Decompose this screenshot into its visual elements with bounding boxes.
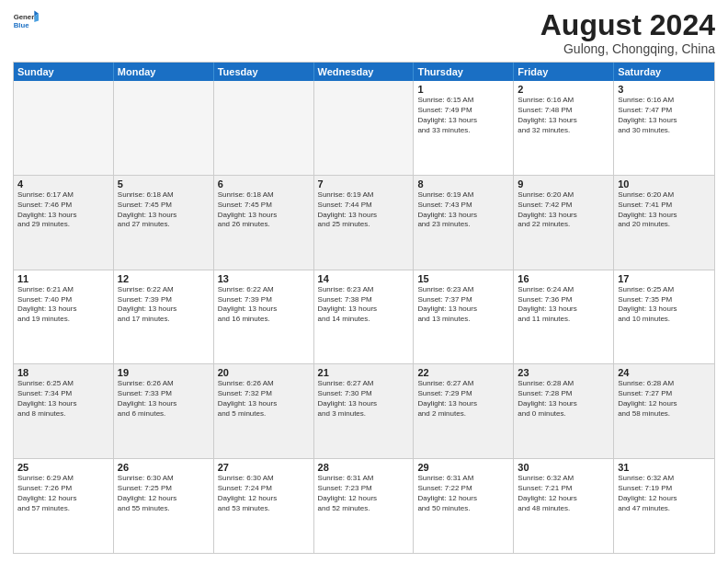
day-number: 4 xyxy=(17,178,109,190)
day-info: Sunrise: 6:26 AM Sunset: 7:33 PM Dayligh… xyxy=(118,379,210,419)
day-info: Sunrise: 6:22 AM Sunset: 7:39 PM Dayligh… xyxy=(118,285,210,325)
day-info: Sunrise: 6:21 AM Sunset: 7:40 PM Dayligh… xyxy=(17,285,109,325)
day-info: Sunrise: 6:30 AM Sunset: 7:25 PM Dayligh… xyxy=(118,474,210,513)
day-info: Sunrise: 6:18 AM Sunset: 7:45 PM Dayligh… xyxy=(218,190,310,230)
cal-cell: 12Sunrise: 6:22 AM Sunset: 7:39 PM Dayli… xyxy=(114,270,214,364)
day-number: 2 xyxy=(518,84,609,95)
day-info: Sunrise: 6:27 AM Sunset: 7:30 PM Dayligh… xyxy=(318,379,410,419)
day-info: Sunrise: 6:31 AM Sunset: 7:22 PM Dayligh… xyxy=(417,474,509,513)
day-number: 3 xyxy=(618,84,711,95)
cal-cell xyxy=(114,81,214,175)
cal-cell: 11Sunrise: 6:21 AM Sunset: 7:40 PM Dayli… xyxy=(14,270,114,364)
cal-cell: 15Sunrise: 6:23 AM Sunset: 7:37 PM Dayli… xyxy=(414,270,514,364)
day-number: 23 xyxy=(518,367,609,378)
day-number: 7 xyxy=(318,178,410,190)
cal-cell: 28Sunrise: 6:31 AM Sunset: 7:23 PM Dayli… xyxy=(314,459,415,553)
cal-cell: 9Sunrise: 6:20 AM Sunset: 7:42 PM Daylig… xyxy=(514,176,614,270)
day-info: Sunrise: 6:24 AM Sunset: 7:36 PM Dayligh… xyxy=(518,285,609,325)
header-day-thursday: Thursday xyxy=(414,63,514,81)
day-number: 29 xyxy=(417,462,509,473)
day-number: 22 xyxy=(417,367,509,378)
day-number: 28 xyxy=(318,462,410,473)
day-number: 20 xyxy=(218,367,310,378)
day-number: 9 xyxy=(518,178,609,190)
day-number: 25 xyxy=(17,462,109,473)
day-info: Sunrise: 6:16 AM Sunset: 7:47 PM Dayligh… xyxy=(618,96,711,135)
cal-cell: 13Sunrise: 6:22 AM Sunset: 7:39 PM Dayli… xyxy=(214,270,314,364)
day-info: Sunrise: 6:18 AM Sunset: 7:45 PM Dayligh… xyxy=(118,190,210,230)
day-number: 24 xyxy=(618,367,711,378)
header-day-monday: Monday xyxy=(114,63,214,81)
day-info: Sunrise: 6:23 AM Sunset: 7:37 PM Dayligh… xyxy=(417,285,509,325)
cal-cell: 24Sunrise: 6:28 AM Sunset: 7:27 PM Dayli… xyxy=(614,364,714,458)
cal-cell: 7Sunrise: 6:19 AM Sunset: 7:44 PM Daylig… xyxy=(314,176,415,270)
cal-cell: 2Sunrise: 6:16 AM Sunset: 7:48 PM Daylig… xyxy=(514,81,614,175)
day-info: Sunrise: 6:25 AM Sunset: 7:35 PM Dayligh… xyxy=(618,285,711,325)
day-number: 15 xyxy=(417,273,509,284)
day-info: Sunrise: 6:28 AM Sunset: 7:27 PM Dayligh… xyxy=(618,379,711,419)
day-number: 14 xyxy=(318,273,410,284)
day-info: Sunrise: 6:30 AM Sunset: 7:24 PM Dayligh… xyxy=(218,474,310,513)
cal-cell: 21Sunrise: 6:27 AM Sunset: 7:30 PM Dayli… xyxy=(314,364,415,458)
cal-cell: 14Sunrise: 6:23 AM Sunset: 7:38 PM Dayli… xyxy=(314,270,415,364)
day-info: Sunrise: 6:17 AM Sunset: 7:46 PM Dayligh… xyxy=(17,190,109,230)
week-row-1: 4Sunrise: 6:17 AM Sunset: 7:46 PM Daylig… xyxy=(14,176,714,270)
cal-cell xyxy=(14,81,114,175)
month-year: August 2024 xyxy=(540,9,715,41)
calendar-body: 1Sunrise: 6:15 AM Sunset: 7:49 PM Daylig… xyxy=(14,81,714,553)
cal-cell: 26Sunrise: 6:30 AM Sunset: 7:25 PM Dayli… xyxy=(114,459,214,553)
cal-cell: 19Sunrise: 6:26 AM Sunset: 7:33 PM Dayli… xyxy=(114,364,214,458)
cal-cell xyxy=(314,81,415,175)
cal-cell: 29Sunrise: 6:31 AM Sunset: 7:22 PM Dayli… xyxy=(414,459,514,553)
day-info: Sunrise: 6:15 AM Sunset: 7:49 PM Dayligh… xyxy=(417,96,509,135)
day-info: Sunrise: 6:23 AM Sunset: 7:38 PM Dayligh… xyxy=(318,285,410,325)
cal-cell xyxy=(214,81,314,175)
logo: General Blue xyxy=(13,9,39,35)
day-info: Sunrise: 6:26 AM Sunset: 7:32 PM Dayligh… xyxy=(218,379,310,419)
location: Gulong, Chongqing, China xyxy=(540,41,715,56)
day-info: Sunrise: 6:29 AM Sunset: 7:26 PM Dayligh… xyxy=(17,474,109,513)
day-number: 5 xyxy=(118,178,210,190)
cal-cell: 8Sunrise: 6:19 AM Sunset: 7:43 PM Daylig… xyxy=(414,176,514,270)
cal-cell: 16Sunrise: 6:24 AM Sunset: 7:36 PM Dayli… xyxy=(514,270,614,364)
title-block: August 2024 Gulong, Chongqing, China xyxy=(540,9,715,56)
day-number: 31 xyxy=(618,462,711,473)
day-number: 21 xyxy=(318,367,410,378)
day-info: Sunrise: 6:22 AM Sunset: 7:39 PM Dayligh… xyxy=(218,285,310,325)
week-row-4: 25Sunrise: 6:29 AM Sunset: 7:26 PM Dayli… xyxy=(14,459,714,553)
cal-cell: 30Sunrise: 6:32 AM Sunset: 7:21 PM Dayli… xyxy=(514,459,614,553)
calendar: SundayMondayTuesdayWednesdayThursdayFrid… xyxy=(13,62,715,554)
cal-cell: 20Sunrise: 6:26 AM Sunset: 7:32 PM Dayli… xyxy=(214,364,314,458)
day-info: Sunrise: 6:27 AM Sunset: 7:29 PM Dayligh… xyxy=(417,379,509,419)
cal-cell: 3Sunrise: 6:16 AM Sunset: 7:47 PM Daylig… xyxy=(614,81,714,175)
day-info: Sunrise: 6:19 AM Sunset: 7:43 PM Dayligh… xyxy=(417,190,509,230)
cal-cell: 31Sunrise: 6:32 AM Sunset: 7:19 PM Dayli… xyxy=(614,459,714,553)
day-number: 30 xyxy=(518,462,609,473)
day-info: Sunrise: 6:25 AM Sunset: 7:34 PM Dayligh… xyxy=(17,379,109,419)
header-day-friday: Friday xyxy=(514,63,614,81)
day-info: Sunrise: 6:31 AM Sunset: 7:23 PM Dayligh… xyxy=(318,474,410,513)
day-number: 17 xyxy=(618,273,711,284)
day-info: Sunrise: 6:32 AM Sunset: 7:19 PM Dayligh… xyxy=(618,474,711,513)
cal-cell: 6Sunrise: 6:18 AM Sunset: 7:45 PM Daylig… xyxy=(214,176,314,270)
cal-cell: 1Sunrise: 6:15 AM Sunset: 7:49 PM Daylig… xyxy=(414,81,514,175)
day-info: Sunrise: 6:28 AM Sunset: 7:28 PM Dayligh… xyxy=(518,379,609,419)
day-number: 16 xyxy=(518,273,609,284)
day-number: 8 xyxy=(417,178,509,190)
week-row-0: 1Sunrise: 6:15 AM Sunset: 7:49 PM Daylig… xyxy=(14,81,714,176)
day-number: 13 xyxy=(218,273,310,284)
day-info: Sunrise: 6:20 AM Sunset: 7:42 PM Dayligh… xyxy=(518,190,609,230)
day-number: 27 xyxy=(218,462,310,473)
day-number: 1 xyxy=(417,84,509,95)
week-row-2: 11Sunrise: 6:21 AM Sunset: 7:40 PM Dayli… xyxy=(14,270,714,365)
header-day-tuesday: Tuesday xyxy=(214,63,314,81)
day-number: 11 xyxy=(17,273,109,284)
header-day-wednesday: Wednesday xyxy=(314,63,415,81)
day-info: Sunrise: 6:32 AM Sunset: 7:21 PM Dayligh… xyxy=(518,474,609,513)
cal-cell: 22Sunrise: 6:27 AM Sunset: 7:29 PM Dayli… xyxy=(414,364,514,458)
cal-cell: 18Sunrise: 6:25 AM Sunset: 7:34 PM Dayli… xyxy=(14,364,114,458)
cal-cell: 23Sunrise: 6:28 AM Sunset: 7:28 PM Dayli… xyxy=(514,364,614,458)
day-number: 6 xyxy=(218,178,310,190)
cal-cell: 27Sunrise: 6:30 AM Sunset: 7:24 PM Dayli… xyxy=(214,459,314,553)
cal-cell: 4Sunrise: 6:17 AM Sunset: 7:46 PM Daylig… xyxy=(14,176,114,270)
